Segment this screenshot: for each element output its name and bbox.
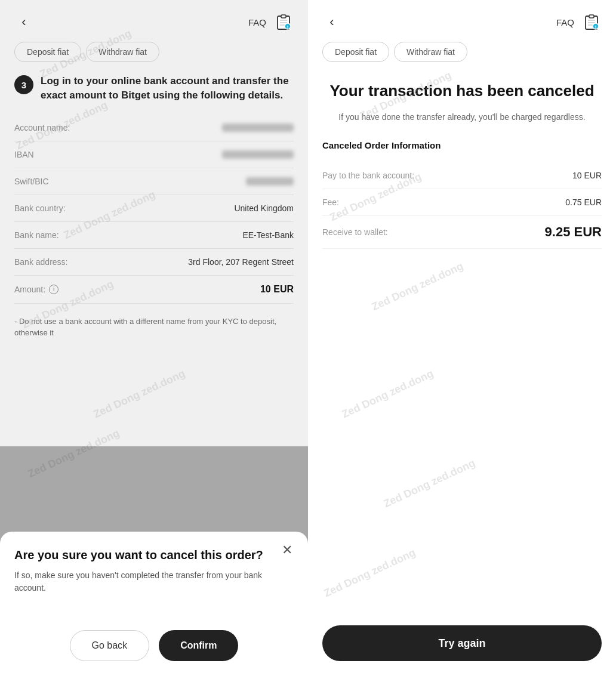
try-again-label: Try again bbox=[438, 637, 485, 650]
bank-row-account-name: Account name: bbox=[14, 115, 294, 141]
right-panel: Zed Dong zed.dong Zed Dong zed.dong Zed … bbox=[308, 0, 616, 685]
bank-address-value: 3rd Floor, 207 Regent Street bbox=[188, 257, 294, 267]
bank-country-value: United Kingdom bbox=[234, 203, 294, 213]
bank-row-country: Bank country: United Kingdom bbox=[14, 195, 294, 222]
tab-deposit-fiat[interactable]: Deposit fiat bbox=[14, 42, 81, 62]
info-icon: i bbox=[49, 285, 58, 294]
right-content: ‹ FAQ ! Deposit fiat bbox=[308, 0, 616, 249]
swift-label: Swift/BIC bbox=[14, 177, 49, 186]
faq-link[interactable]: FAQ bbox=[248, 17, 266, 27]
order-row-pay: Pay to the bank account: 10 EUR bbox=[322, 162, 602, 189]
modal-sheet: ✕ Are you sure you want to cancel this o… bbox=[0, 532, 308, 685]
modal-title: Are you sure you want to cancel this ord… bbox=[14, 548, 294, 562]
iban-label: IBAN bbox=[14, 150, 34, 159]
bank-country-label: Bank country: bbox=[14, 203, 66, 213]
order-row-fee: Fee: 0.75 EUR bbox=[322, 189, 602, 216]
amount-label: Amount: i bbox=[14, 285, 58, 294]
go-back-button[interactable]: Go back bbox=[70, 630, 150, 661]
right-tab-deposit-fiat[interactable]: Deposit fiat bbox=[322, 42, 389, 62]
right-back-button[interactable]: ‹ bbox=[322, 13, 341, 32]
receive-value: 9.25 EUR bbox=[545, 224, 602, 240]
bank-row-swift: Swift/BIC bbox=[14, 168, 294, 195]
account-name-value bbox=[222, 124, 294, 132]
bank-details: Account name: IBAN Swift/BIC Bank countr… bbox=[14, 115, 294, 304]
order-row-receive: Receive to wallet: 9.25 EUR bbox=[322, 216, 602, 249]
canceled-title: Your transaction has been canceled bbox=[322, 81, 602, 101]
watermark: Zed Dong zed.dong bbox=[91, 368, 187, 421]
confirm-button[interactable]: Confirm bbox=[159, 630, 238, 661]
left-panel: Zed Dong zed.dong Zed Dong zed.dong Zed … bbox=[0, 0, 308, 685]
right-clipboard-icon[interactable]: ! bbox=[581, 12, 602, 32]
canceled-description: If you have done the transfer already, y… bbox=[322, 111, 602, 124]
watermark: Zed Dong zed.dong bbox=[322, 547, 417, 600]
modal-overlay: ✕ Are you sure you want to cancel this o… bbox=[0, 446, 308, 685]
right-faq-link[interactable]: FAQ bbox=[556, 17, 574, 27]
fee-value: 0.75 EUR bbox=[565, 198, 602, 207]
right-header: ‹ FAQ ! bbox=[322, 12, 602, 32]
svg-rect-1 bbox=[281, 15, 286, 18]
left-header: ‹ FAQ ! bbox=[14, 12, 294, 32]
bank-address-label: Bank address: bbox=[14, 257, 68, 267]
left-tabs: Deposit fiat Withdraw fiat bbox=[14, 42, 294, 62]
try-again-button[interactable]: Try again bbox=[322, 625, 602, 661]
right-tab-withdraw-fiat[interactable]: Withdraw fiat bbox=[394, 42, 467, 62]
bank-row-amount: Amount: i 10 EUR bbox=[14, 276, 294, 304]
modal-description: If so, make sure you haven't completed t… bbox=[14, 569, 294, 594]
watermark: Zed Dong zed.dong bbox=[381, 457, 477, 511]
modal-buttons: Go back Confirm bbox=[14, 630, 294, 661]
svg-rect-8 bbox=[589, 15, 594, 18]
modal-close-button[interactable]: ✕ bbox=[278, 541, 296, 559]
note-text: - Do not use a bank account with a diffe… bbox=[14, 316, 294, 339]
iban-value bbox=[222, 150, 294, 159]
bank-name-value: EE-Test-Bank bbox=[242, 230, 294, 240]
receive-label: Receive to wallet: bbox=[322, 227, 388, 237]
right-nav-right: FAQ ! bbox=[556, 12, 602, 32]
watermark: Zed Dong zed.dong bbox=[369, 260, 465, 314]
order-info-title: Canceled Order Information bbox=[322, 140, 602, 150]
tab-withdraw-fiat[interactable]: Withdraw fiat bbox=[86, 42, 159, 62]
back-button[interactable]: ‹ bbox=[14, 13, 33, 32]
account-name-label: Account name: bbox=[14, 123, 70, 132]
pay-label: Pay to the bank account: bbox=[322, 171, 414, 180]
clipboard-icon[interactable]: ! bbox=[273, 12, 294, 32]
swift-value bbox=[246, 177, 294, 186]
watermark: Zed Dong zed.dong bbox=[340, 368, 435, 421]
pay-value: 10 EUR bbox=[572, 171, 602, 180]
right-tabs: Deposit fiat Withdraw fiat bbox=[322, 42, 602, 62]
nav-right: FAQ ! bbox=[248, 12, 294, 32]
amount-value: 10 EUR bbox=[260, 284, 294, 295]
bank-row-iban: IBAN bbox=[14, 141, 294, 168]
svg-text:!: ! bbox=[595, 25, 596, 29]
bank-row-address: Bank address: 3rd Floor, 207 Regent Stre… bbox=[14, 249, 294, 276]
bank-name-label: Bank name: bbox=[14, 230, 59, 240]
bank-row-name: Bank name: EE-Test-Bank bbox=[14, 222, 294, 249]
svg-text:!: ! bbox=[287, 25, 288, 29]
step-section: 3 Log in to your online bank account and… bbox=[14, 74, 294, 103]
step-description: Log in to your online bank account and t… bbox=[41, 74, 294, 103]
fee-label: Fee: bbox=[322, 198, 339, 207]
step-number: 3 bbox=[14, 75, 33, 94]
